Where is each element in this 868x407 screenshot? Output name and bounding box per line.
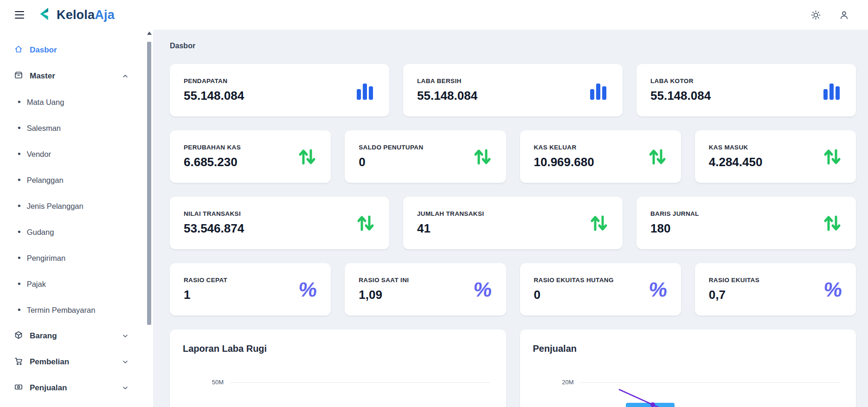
sidebar-scrollbar[interactable] [147,31,152,406]
line-series-purple [533,357,858,407]
percent-icon: % [299,279,317,300]
sidebar-subitem-termin-pembayaran[interactable]: Termin Pembayaran [0,297,139,323]
subitem-label: Pengiriman [27,254,65,263]
charts-row: Laporan Laba Rugi 50M 40M Penjualan 20M [170,329,856,407]
stat-label: RASIO EKUITAS HUTANG [534,277,614,284]
sidebar-item-label: Pembelian [30,357,69,367]
stat-card-jumlah-transaksi: JUMLAH TRANSAKSI 41 [403,197,623,249]
home-icon [14,45,23,56]
subitem-label: Pelanggan [27,176,64,185]
stat-value: 41 [417,221,484,236]
sidebar-item-penjualan[interactable]: Penjualan [0,375,139,401]
stat-value: 55.148.084 [184,89,244,103]
logo-text-secondary: Aja [95,8,115,22]
chevron-up-icon [122,72,129,80]
stat-value: 55.148.084 [417,89,477,103]
sidebar-item-dasbor[interactable]: Dasbor [0,37,139,63]
stat-value: 53.546.874 [184,221,244,236]
stat-label: NILAI TRANSAKSI [184,210,244,217]
laba-rugi-plot: 50M 40M [183,357,493,407]
chevron-down-icon [122,358,129,366]
stat-row-1: PENDAPATAN 55.148.084 LABA BERSIH 55.148… [170,64,856,116]
stat-label: PENDAPATAN [184,78,244,84]
gridline-50m [230,382,490,383]
stat-label: LABA KOTOR [650,78,711,84]
shopping-cart-icon [14,356,23,368]
subitem-label: Gudang [27,228,54,237]
scrollbar-thumb[interactable] [147,42,151,325]
sidebar-item-pembelian[interactable]: Pembelian [0,349,139,375]
sidebar-subitem-salesman[interactable]: Salesman [0,115,139,141]
sidebar-subitem-gudang[interactable]: Gudang [0,219,139,245]
subitem-label: Salesman [27,124,61,133]
stat-label: RASIO CEPAT [184,277,227,284]
scrollbar-up-arrow[interactable] [147,32,152,35]
stat-label: SALDO PENUTUPAN [359,144,423,151]
stat-card-rasio-cepat: RASIO CEPAT 1 % [170,263,331,316]
arrows-up-down-icon [823,147,842,167]
theme-toggle-sun-icon[interactable] [810,10,821,20]
percent-icon: % [474,279,492,300]
stat-row-3: NILAI TRANSAKSI 53.546.874 JUMLAH TRANSA… [170,197,856,249]
sidebar-subitem-pelanggan[interactable]: Pelanggan [0,167,139,193]
sidebar-item-label: Penjualan [30,383,67,393]
stat-label: KAS MASUK [709,144,763,151]
percent-icon: % [824,279,842,300]
stat-value: 1,09 [359,288,409,302]
main-content: Dasbor PENDAPATAN 55.148.084 LABA BERSIH… [153,30,868,407]
chevron-down-icon [122,384,129,392]
subitem-label: Termin Pembayaran [27,306,96,315]
stat-value: 55.148.084 [650,89,711,103]
percent-icon: % [649,279,667,300]
arrows-up-down-icon [823,213,842,233]
stat-value: 0 [359,155,423,169]
stat-label: RASIO EKUITAS [709,277,759,284]
arrows-up-down-icon [356,213,375,233]
app-logo[interactable]: KelolaAja [37,6,115,24]
sidebar-item-label: Master [30,71,55,81]
arrows-up-down-icon [589,213,609,233]
sidebar-subitem-vendor[interactable]: Vendor [0,141,139,167]
chart-title: Penjualan [533,343,843,354]
sidebar-subitem-jenis-pelanggan[interactable]: Jenis Pelanggan [0,193,139,219]
y-tick: 50M [196,379,224,386]
stat-label: PERUBAHAN KAS [184,144,241,151]
stat-card-baris-jurnal: BARIS JURNAL 180 [637,197,856,249]
archive-box-icon [14,71,23,82]
chart-card-laba-rugi: Laporan Laba Rugi 50M 40M [170,329,506,407]
arrows-up-down-icon [473,147,492,167]
stat-label: JUMLAH TRANSAKSI [417,210,484,217]
stat-row-2: PERUBAHAN KAS 6.685.230 SALDO PENUTUPAN … [170,130,856,183]
stat-label: KAS KELUAR [534,144,594,151]
logo-mark-icon [37,6,53,24]
stat-value: 180 [650,221,699,236]
stat-value: 10.969.680 [534,155,594,169]
bar-chart-icon [588,81,609,100]
sidebar-item-master[interactable]: Master [0,63,139,89]
topbar-actions [810,10,849,20]
sidebar-item-label: Dasbor [30,45,57,55]
chart-title: Laporan Laba Rugi [183,343,493,354]
stat-value: 1 [184,288,227,302]
stat-card-saldo-penutupan: SALDO PENUTUPAN 0 [345,130,506,183]
arrows-up-down-icon [297,147,317,167]
bar-chart-icon [822,81,842,100]
sidebar-subitem-pajak[interactable]: Pajak [0,271,139,297]
bar-chart-icon [355,81,375,100]
user-account-icon[interactable] [839,10,849,20]
sidebar-subitem-pengiriman[interactable]: Pengiriman [0,245,139,271]
stat-value: 0 [534,288,614,302]
top-bar: KelolaAja [0,0,868,30]
stat-card-rasio-ekuitas-hutang: RASIO EKUITAS HUTANG 0 % [520,263,681,316]
menu-icon[interactable] [14,9,25,20]
breadcrumb: Dasbor [170,42,856,50]
penjualan-plot: 20M [533,357,843,407]
sidebar-item-barang[interactable]: Barang [0,323,139,349]
stat-card-pendapatan: PENDAPATAN 55.148.084 [170,64,389,116]
stat-value: 4.284.450 [709,155,763,169]
stat-label: RASIO SAAT INI [359,277,409,284]
stat-card-perubahan-kas: PERUBAHAN KAS 6.685.230 [170,130,331,183]
stat-label: BARIS JURNAL [650,210,699,217]
stat-card-rasio-ekuitas: RASIO EKUITAS 0,7 % [695,263,856,316]
sidebar-subitem-mata-uang[interactable]: Mata Uang [0,89,139,115]
